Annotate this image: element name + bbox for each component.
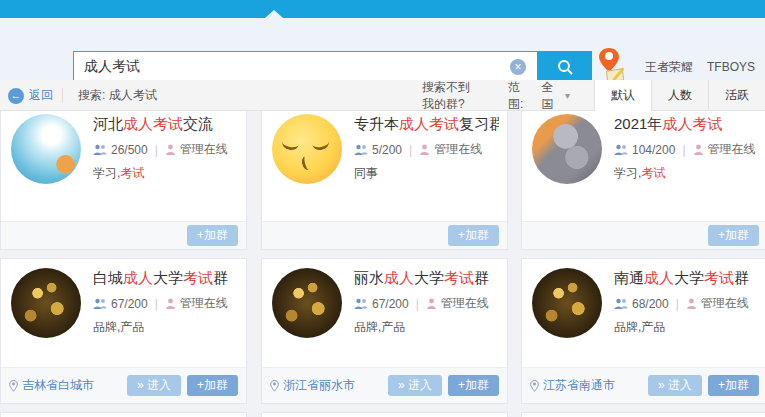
group-card[interactable]: 专升本成人考试复习群 5/200 | 管理在线 同事 +加群 — [261, 111, 508, 250]
join-group-button[interactable]: +加群 — [187, 375, 238, 396]
sort-tab-默认[interactable]: 默认 — [594, 80, 651, 111]
top-blue-bar — [0, 0, 765, 18]
clear-icon[interactable]: × — [510, 59, 526, 75]
meta-separator: | — [155, 297, 158, 311]
text-segment: 学习, — [93, 166, 120, 180]
group-card[interactable]: 白城成人大学考试群 67/200 | 管理在线 品牌,产品 — [0, 258, 247, 404]
scope-dropdown[interactable]: 全国 — [542, 79, 557, 113]
card-footer: 浙江省丽水市 » 进入 +加群 — [262, 367, 507, 403]
admin-icon — [419, 144, 430, 156]
card-footer: 吉林省白城市 » 进入 +加群 — [1, 367, 246, 403]
sort-tabs: 默认人数活跃 — [594, 80, 765, 111]
group-title[interactable]: 南通成人大学考试群 — [614, 268, 759, 288]
hot-word-link[interactable]: 王者荣耀 — [645, 60, 693, 74]
chevron-down-icon[interactable]: ▾ — [565, 90, 570, 101]
highlighted-keyword: 考试 — [704, 269, 734, 286]
notch-arrow-up-icon — [265, 10, 283, 18]
group-location: 江苏省南通市 — [530, 377, 648, 394]
text-segment: 大学 — [153, 269, 183, 286]
highlighted-keyword: 成人考试 — [123, 115, 183, 132]
member-count: 67/200 — [111, 297, 148, 311]
group-card[interactable]: 河北成人考试交流 26/500 | 管理在线 学习,考试 +加群 — [0, 111, 247, 250]
group-location: 浙江省丽水市 — [270, 377, 388, 394]
location-text: 江苏省南通市 — [543, 377, 615, 394]
back-button[interactable]: ← 返回 — [8, 80, 53, 111]
group-avatar-gold-crowd — [11, 268, 81, 338]
join-group-button[interactable]: +加群 — [187, 225, 238, 246]
text-segment: 专升本 — [354, 115, 399, 132]
group-avatar-gold-crowd — [532, 268, 602, 338]
group-tags: 品牌,产品 — [354, 319, 499, 336]
meta-separator: | — [676, 297, 679, 311]
enter-group-button[interactable]: » 进入 — [127, 375, 181, 396]
hot-word-link[interactable]: TFBOYS — [707, 60, 755, 74]
next-row-card-top — [521, 412, 765, 417]
enter-group-button[interactable]: » 进入 — [388, 375, 442, 396]
group-avatar-cartoon-character — [11, 114, 81, 184]
group-tags: 学习,考试 — [614, 165, 759, 182]
meta-separator: | — [416, 297, 419, 311]
highlighted-keyword: 成人 — [644, 269, 674, 286]
group-avatar-annoyed-emoji — [272, 114, 342, 184]
join-group-button[interactable]: +加群 — [708, 225, 759, 246]
card-footer: +加群 — [522, 221, 765, 249]
sort-tab-人数[interactable]: 人数 — [651, 80, 708, 111]
members-icon — [614, 298, 628, 310]
group-title[interactable]: 河北成人考试交流 — [93, 114, 238, 134]
text-segment: 大学 — [674, 269, 704, 286]
text-segment: 交流 — [183, 115, 213, 132]
toolbar-right: 搜索不到我的群? 范围: 全国 ▾ 默认人数活跃 — [422, 80, 765, 111]
hot-search-words: 王者荣耀TFBOYS鹿晗 — [645, 59, 765, 77]
filter-toolbar: ← 返回 搜索: 成人考试 搜索不到我的群? 范围: 全国 ▾ 默认人数活跃 — [0, 80, 765, 111]
group-tags: 品牌,产品 — [614, 319, 759, 336]
member-count: 67/200 — [372, 297, 409, 311]
group-title[interactable]: 2021年成人考试 — [614, 114, 759, 134]
text-segment: 南通 — [614, 269, 644, 286]
highlighted-keyword: 考试 — [183, 269, 213, 286]
admin-status: 管理在线 — [701, 295, 749, 312]
text-segment: 白城 — [93, 269, 123, 286]
highlighted-keyword: 考试 — [444, 269, 474, 286]
admin-icon — [426, 298, 437, 310]
card-footer: 江苏省南通市 » 进入 +加群 — [522, 367, 765, 403]
toolbar-divider — [62, 88, 63, 103]
cant-find-group-link[interactable]: 搜索不到我的群? — [422, 79, 480, 113]
meta-separator: | — [682, 143, 685, 157]
member-count: 104/200 — [632, 143, 675, 157]
magnifier-icon — [556, 58, 574, 76]
admin-icon — [693, 144, 704, 156]
text-segment: 学习, — [614, 166, 641, 180]
location-pin-icon — [530, 380, 539, 392]
group-title[interactable]: 丽水成人大学考试群 — [354, 268, 499, 288]
map-pin-pencil-icon — [597, 46, 627, 84]
results-grid: 河北成人考试交流 26/500 | 管理在线 学习,考试 +加群 — [0, 111, 765, 417]
admin-status: 管理在线 — [441, 295, 489, 312]
group-card[interactable]: 丽水成人大学考试群 67/200 | 管理在线 品牌,产品 — [261, 258, 508, 404]
admin-status: 管理在线 — [180, 141, 228, 158]
members-icon — [614, 144, 628, 156]
join-group-button[interactable]: +加群 — [448, 225, 499, 246]
group-card[interactable]: 2021年成人考试 104/200 | 管理在线 学习,考试 +加群 — [521, 111, 765, 250]
sort-tab-活跃[interactable]: 活跃 — [708, 80, 765, 111]
group-card[interactable]: 南通成人大学考试群 68/200 | 管理在线 品牌,产品 — [521, 258, 765, 404]
search-header: × 王者荣耀TFBOYS鹿晗 — [0, 18, 765, 80]
group-title[interactable]: 专升本成人考试复习群 — [354, 114, 499, 134]
join-group-button[interactable]: +加群 — [448, 375, 499, 396]
admin-icon — [165, 144, 176, 156]
text-segment: 品牌,产品 — [354, 320, 405, 334]
text-segment: 复习群 — [459, 115, 499, 132]
highlighted-keyword: 成人考试 — [399, 115, 459, 132]
group-title[interactable]: 白城成人大学考试群 — [93, 268, 238, 288]
group-tags: 品牌,产品 — [93, 319, 238, 336]
group-location: 吉林省白城市 — [9, 377, 127, 394]
group-avatar-gray-cats — [532, 114, 602, 184]
admin-icon — [165, 298, 176, 310]
text-segment: 群 — [734, 269, 749, 286]
enter-group-button[interactable]: » 进入 — [648, 375, 702, 396]
next-row-card-top — [0, 412, 247, 417]
admin-icon — [686, 298, 697, 310]
admin-status: 管理在线 — [708, 141, 756, 158]
back-label: 返回 — [29, 87, 53, 104]
search-query-label: 搜索: 成人考试 — [78, 80, 157, 111]
join-group-button[interactable]: +加群 — [708, 375, 759, 396]
